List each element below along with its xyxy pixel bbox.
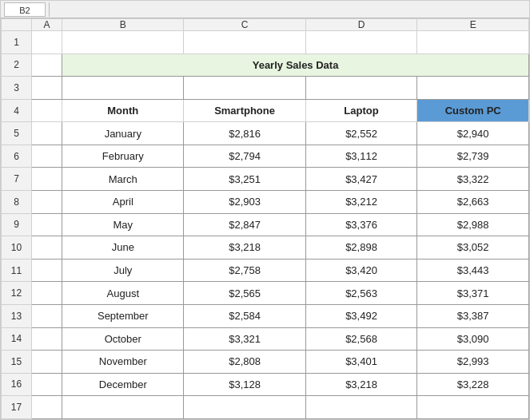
col-header-A[interactable]: A — [32, 19, 62, 31]
cell-smartphone-row1[interactable] — [184, 31, 305, 54]
cell-laptop-row16[interactable]: $3,218 — [305, 373, 417, 396]
row-header[interactable]: 1 — [2, 31, 32, 54]
row-header[interactable]: 15 — [2, 351, 32, 374]
cell-smartphone-row17[interactable] — [184, 396, 305, 419]
cell-smartphone-row5[interactable]: $2,816 — [184, 122, 305, 145]
cell-month-row16[interactable]: December — [62, 373, 184, 396]
cell-a-row13[interactable] — [32, 304, 62, 327]
cell-a-row7[interactable] — [32, 168, 62, 191]
cell-laptop-row8[interactable]: $3,212 — [305, 191, 417, 214]
cell-smartphone-row10[interactable]: $3,218 — [184, 236, 305, 260]
col-header-C[interactable]: C — [184, 19, 305, 31]
cell-month-row10[interactable]: June — [62, 236, 184, 260]
row-header[interactable]: 6 — [2, 145, 32, 168]
cell-laptop-row14[interactable]: $2,568 — [305, 327, 417, 351]
cell-custompc-row14[interactable]: $3,090 — [417, 327, 529, 351]
cell-smartphone-row6[interactable]: $2,794 — [184, 145, 305, 168]
cell-a-row15[interactable] — [32, 351, 62, 374]
cell-month-row1[interactable] — [62, 31, 184, 54]
row-header[interactable]: 8 — [2, 191, 32, 214]
cell-smartphone-row8[interactable]: $2,903 — [184, 191, 305, 214]
cell-month-row9[interactable]: May — [62, 213, 184, 236]
cell-month-row13[interactable]: September — [62, 304, 184, 327]
cell-custompc-row6[interactable]: $2,739 — [417, 145, 529, 168]
cell-a-row11[interactable] — [32, 259, 62, 282]
cell-custompc-row15[interactable]: $2,993 — [417, 351, 529, 374]
cell-smartphone-row7[interactable]: $3,251 — [184, 168, 305, 191]
cell-a-row3[interactable] — [32, 77, 62, 100]
cell-month-row11[interactable]: July — [62, 259, 184, 282]
cell-a2[interactable] — [32, 53, 62, 77]
cell-custompc-row3[interactable] — [417, 77, 529, 100]
cell-custompc-row16[interactable]: $3,228 — [417, 373, 529, 396]
row-header[interactable]: 17 — [2, 396, 32, 419]
cell-custompc-row10[interactable]: $3,052 — [417, 236, 529, 260]
cell-laptop-row6[interactable]: $3,112 — [305, 145, 417, 168]
cell-smartphone-row16[interactable]: $3,128 — [184, 373, 305, 396]
cell-laptop-row1[interactable] — [305, 31, 417, 54]
cell-a-row5[interactable] — [32, 122, 62, 145]
cell-laptop-row5[interactable]: $2,552 — [305, 122, 417, 145]
cell-laptop-row15[interactable]: $3,401 — [305, 351, 417, 374]
cell-smartphone-row15[interactable]: $2,808 — [184, 351, 305, 374]
cell-month-row15[interactable]: November — [62, 351, 184, 374]
cell-a-row8[interactable] — [32, 191, 62, 214]
cell-smartphone-row14[interactable]: $3,321 — [184, 327, 305, 351]
cell-a4[interactable] — [32, 99, 62, 122]
cell-laptop-row10[interactable]: $2,898 — [305, 236, 417, 260]
cell-smartphone-row11[interactable]: $2,758 — [184, 259, 305, 282]
row-header[interactable]: 14 — [2, 327, 32, 351]
row-header[interactable]: 5 — [2, 122, 32, 145]
cell-laptop-row11[interactable]: $3,420 — [305, 259, 417, 282]
cell-smartphone-row3[interactable] — [184, 77, 305, 100]
cell-custompc-row5[interactable]: $2,940 — [417, 122, 529, 145]
cell-month-row5[interactable]: January — [62, 122, 184, 145]
cell-smartphone-row9[interactable]: $2,847 — [184, 213, 305, 236]
cell-month-row3[interactable] — [62, 77, 184, 100]
row-header[interactable]: 10 — [2, 236, 32, 260]
cell-custompc-row9[interactable]: $2,988 — [417, 213, 529, 236]
cell-month-row14[interactable]: October — [62, 327, 184, 351]
cell-custompc-row11[interactable]: $3,443 — [417, 259, 529, 282]
cell-custompc-row8[interactable]: $2,663 — [417, 191, 529, 214]
cell-smartphone-row13[interactable]: $2,584 — [184, 304, 305, 327]
cell-laptop-row17[interactable] — [305, 396, 417, 419]
cell-month-row7[interactable]: March — [62, 168, 184, 191]
col-header-B[interactable]: B — [62, 19, 184, 31]
cell-month-row6[interactable]: February — [62, 145, 184, 168]
row-header[interactable]: 13 — [2, 304, 32, 327]
row-header[interactable]: 2 — [2, 53, 32, 77]
row-header[interactable]: 11 — [2, 259, 32, 282]
cell-a-row17[interactable] — [32, 396, 62, 419]
cell-a-row10[interactable] — [32, 236, 62, 260]
cell-laptop-row12[interactable]: $2,563 — [305, 282, 417, 305]
cell-a-row6[interactable] — [32, 145, 62, 168]
cell-a-row14[interactable] — [32, 327, 62, 351]
name-box[interactable]: B2 — [4, 2, 46, 17]
col-header-E[interactable]: E — [417, 19, 529, 31]
cell-custompc-row13[interactable]: $3,387 — [417, 304, 529, 327]
row-header[interactable]: 3 — [2, 77, 32, 100]
cell-custompc-row7[interactable]: $3,322 — [417, 168, 529, 191]
cell-a-row1[interactable] — [32, 31, 62, 54]
cell-a-row16[interactable] — [32, 373, 62, 396]
cell-a-row12[interactable] — [32, 282, 62, 305]
cell-custompc-row17[interactable] — [417, 396, 529, 419]
cell-laptop-row9[interactable]: $3,376 — [305, 213, 417, 236]
cell-custompc-row12[interactable]: $3,371 — [417, 282, 529, 305]
cell-laptop-row3[interactable] — [305, 77, 417, 100]
row-header[interactable]: 16 — [2, 373, 32, 396]
row-header[interactable]: 12 — [2, 282, 32, 305]
cell-a-row9[interactable] — [32, 213, 62, 236]
cell-smartphone-row12[interactable]: $2,565 — [184, 282, 305, 305]
cell-month-row17[interactable] — [62, 396, 184, 419]
row-header[interactable]: 9 — [2, 213, 32, 236]
row-header[interactable]: 4 — [2, 99, 32, 122]
row-header[interactable]: 7 — [2, 168, 32, 191]
col-header-D[interactable]: D — [305, 19, 417, 31]
cell-month-row12[interactable]: August — [62, 282, 184, 305]
cell-laptop-row13[interactable]: $3,492 — [305, 304, 417, 327]
cell-custompc-row1[interactable] — [417, 31, 529, 54]
cell-month-row8[interactable]: April — [62, 191, 184, 214]
cell-laptop-row7[interactable]: $3,427 — [305, 168, 417, 191]
